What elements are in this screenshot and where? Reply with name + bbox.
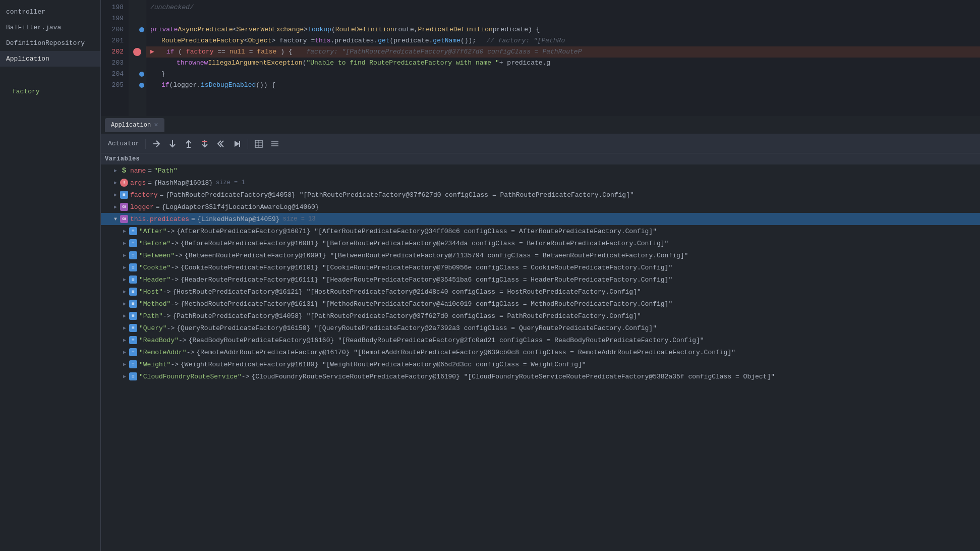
debug-comment-201: // factory: "[PathRo bbox=[486, 35, 565, 46]
var-size-predicates: size = 13 bbox=[283, 215, 316, 223]
code-line-202: ▶ if ( factory == null = false ) { bbox=[146, 46, 980, 58]
sidebar-item-application[interactable]: Application bbox=[0, 51, 100, 67]
right-panel: 198 199 200 201 202 203 204 205 bbox=[101, 0, 980, 551]
var-value-factory: {PathRoutePredicateFactory@14058} "[Path… bbox=[165, 191, 633, 199]
var-row-path[interactable]: ▶ ≡ "Path" -> {PathRoutePredicateFactory… bbox=[101, 310, 980, 322]
code-line-203: throw new IllegalArgumentException ( "Un… bbox=[146, 58, 980, 69]
code-paren: ( bbox=[331, 24, 335, 35]
var-value-before: {BeforeRoutePredicateFactory@16081} "[Be… bbox=[181, 240, 668, 247]
var-row-cookie[interactable]: ▶ ≡ "Cookie" -> {CookieRoutePredicateFac… bbox=[101, 261, 980, 273]
tab-bar: Application × bbox=[101, 116, 980, 134]
list-view-button[interactable] bbox=[267, 137, 282, 150]
var-row-between[interactable]: ▶ ≡ "Between" -> {BetweenRoutePredicateF… bbox=[101, 249, 980, 261]
var-key-before: "Before" bbox=[139, 240, 170, 247]
code-205-2: . bbox=[197, 80, 201, 91]
var-row-name[interactable]: ▶ S name = "Path" bbox=[101, 164, 980, 177]
var-arrow-after: -> bbox=[167, 228, 175, 235]
gutter-199 bbox=[129, 13, 146, 24]
var-row-before[interactable]: ▶ ≡ "Before" -> {BeforeRoutePredicateFac… bbox=[101, 237, 980, 249]
var-row-predicates[interactable]: ▼ ∞ this.predicates = {LinkedHashMap@140… bbox=[101, 213, 980, 225]
var-name-name: name bbox=[130, 167, 146, 175]
method-getname: getName bbox=[433, 35, 460, 46]
sidebar-item-controller[interactable]: controller bbox=[0, 4, 100, 20]
var-key-weight: "Weight" bbox=[139, 361, 170, 368]
sidebar-item-definitionrepo[interactable]: DefinitionRepository bbox=[0, 35, 100, 51]
var-icon-query: ≡ bbox=[129, 324, 137, 332]
var-name-logger: logger bbox=[130, 203, 154, 211]
var-value-remoteaddr: {RemoteAddrRoutePredicateFactory@16170} … bbox=[196, 349, 735, 356]
sidebar-item-factory[interactable]: factory bbox=[0, 84, 100, 99]
var-row-factory[interactable]: ▶ ≡ factory = {PathRoutePredicateFactory… bbox=[101, 189, 980, 201]
var-value-cloudfoundry: {CloudFoundryRouteServiceRoutePredicateF… bbox=[251, 373, 775, 380]
code-with-gutter: 198 199 200 201 202 203 204 205 bbox=[101, 0, 980, 116]
step-back-icon bbox=[216, 139, 225, 148]
var-row-remoteaddr[interactable]: ▶ ≡ "RemoteAddr" -> {RemoteAddrRoutePred… bbox=[101, 346, 980, 358]
code-204-brace: } bbox=[161, 69, 165, 80]
var-icon-method: ≡ bbox=[129, 300, 137, 308]
code-line-198: /unchecked/ bbox=[146, 2, 980, 13]
var-logger-205: logger bbox=[173, 80, 197, 91]
var-row-logger[interactable]: ▶ ∞ logger = {LogAdapter$Slf4jLocationAw… bbox=[101, 201, 980, 213]
breakpoint-dot-205 bbox=[139, 83, 144, 88]
svg-marker-6 bbox=[235, 141, 240, 147]
var-name-predicates: this.predicates bbox=[130, 215, 189, 223]
type-object: Object bbox=[248, 35, 272, 46]
var-equals-factory: = bbox=[160, 191, 164, 199]
code-param2: predicate) { bbox=[493, 24, 540, 35]
code-text-198: /unchecked/ bbox=[150, 2, 194, 13]
toolbar-sep-2 bbox=[248, 139, 248, 149]
sidebar-section-label bbox=[0, 67, 100, 84]
step-over-button[interactable] bbox=[149, 137, 164, 150]
table-view-button[interactable] bbox=[251, 137, 266, 150]
gutter-203 bbox=[129, 58, 146, 69]
var-value-host: {HostRoutePredicateFactory@16121} "[Host… bbox=[172, 288, 641, 296]
code-201-5: ()); bbox=[460, 35, 476, 46]
line-num-199: 199 bbox=[101, 13, 124, 24]
var-icon-name: S bbox=[120, 167, 128, 175]
run-to-cursor-button[interactable] bbox=[229, 137, 245, 150]
var-name-factory: factory bbox=[130, 191, 158, 199]
var-arrow-between: -> bbox=[175, 252, 183, 259]
line-num-204: 204 bbox=[101, 69, 124, 80]
keyword-private: private bbox=[150, 24, 178, 35]
step-into-button[interactable] bbox=[165, 137, 180, 150]
code-202-indent: if ( factory == null = false ) { factory… bbox=[156, 46, 582, 58]
bottom-panel: Application × Actuator bbox=[101, 116, 980, 551]
code-203-2: ( bbox=[303, 58, 307, 69]
debug-comment-202: factory: "[PathRoutePredicateFactory@37f… bbox=[306, 48, 582, 56]
var-row-after[interactable]: ▶ ≡ "After" -> {AfterRoutePredicateFacto… bbox=[101, 225, 980, 237]
tab-application[interactable]: Application × bbox=[105, 118, 164, 132]
var-key-path: "Path" bbox=[139, 312, 163, 320]
var-row-host[interactable]: ▶ ≡ "Host" -> {HostRoutePredicateFactory… bbox=[101, 286, 980, 298]
var-icon-readbody: ≡ bbox=[129, 336, 137, 344]
tab-close-button[interactable]: × bbox=[154, 121, 158, 129]
var-row-query[interactable]: ▶ ≡ "Query" -> {QueryRoutePredicateFacto… bbox=[101, 322, 980, 334]
step-out-icon bbox=[184, 139, 193, 148]
var-row-weight[interactable]: ▶ ≡ "Weight" -> {WeightRoutePredicateFac… bbox=[101, 358, 980, 370]
var-factory-202: factory bbox=[186, 48, 214, 56]
var-row-args[interactable]: ▶ ! args = {HashMap@16018} size = 1 bbox=[101, 177, 980, 189]
var-row-header[interactable]: ▶ ≡ "Header" -> {HeaderRoutePredicateFac… bbox=[101, 273, 980, 286]
breakpoint-dot-204 bbox=[139, 72, 144, 77]
var-icon-cloudfoundry: ≡ bbox=[129, 372, 137, 380]
var-row-readbody[interactable]: ▶ ≡ "ReadBody" -> {ReadBodyRoutePredicat… bbox=[101, 334, 980, 346]
sidebar-item-balfilter[interactable]: BalFilter.java bbox=[0, 20, 100, 35]
var-row-method[interactable]: ▶ ≡ "Method" -> {MethodRoutePredicateFac… bbox=[101, 298, 980, 310]
var-size-args: size = 1 bbox=[216, 179, 245, 186]
step-over-icon bbox=[152, 139, 161, 148]
step-out-button[interactable] bbox=[181, 137, 196, 150]
var-key-after: "After" bbox=[139, 228, 167, 235]
expand-arrow-between: ▶ bbox=[120, 251, 129, 260]
force-step-into-button[interactable] bbox=[197, 137, 212, 150]
actuator-label[interactable]: Actuator bbox=[105, 138, 142, 149]
list-view-icon bbox=[270, 139, 279, 148]
kw-false-202: false bbox=[257, 48, 276, 56]
var-row-cloudfoundry[interactable]: ▶ ≡ "CloudFoundryRouteService" -> {Cloud… bbox=[101, 370, 980, 382]
gutter-198 bbox=[129, 2, 146, 13]
gutter-201 bbox=[129, 35, 146, 46]
nav-label: DefinitionRepository bbox=[6, 39, 85, 47]
step-back-button[interactable] bbox=[213, 137, 228, 150]
var-arrow-readbody: -> bbox=[179, 337, 187, 344]
code-line-199 bbox=[146, 13, 980, 24]
code-202-3: = bbox=[249, 48, 257, 56]
